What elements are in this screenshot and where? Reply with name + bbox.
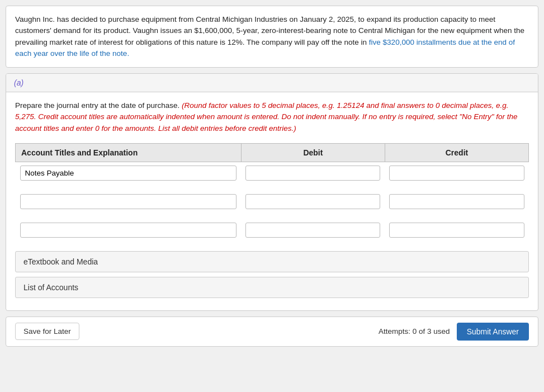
debit-cell-2	[241, 191, 385, 212]
account-cell-1	[16, 162, 242, 184]
submit-answer-button[interactable]: Submit Answer	[457, 323, 529, 341]
credit-cell-1	[385, 162, 528, 184]
account-input-3[interactable]	[20, 223, 237, 238]
col-header-credit: Credit	[385, 143, 528, 162]
instructions-plain: Prepare the journal entry at the date of…	[15, 101, 179, 110]
attempts-text: Attempts: 0 of 3 used	[379, 327, 450, 336]
section-label: (a)	[14, 78, 23, 87]
credit-input-3[interactable]	[389, 223, 524, 238]
footer-bar: Save for Later Attempts: 0 of 3 used Sub…	[6, 317, 538, 347]
instructions: Prepare the journal entry at the date of…	[15, 100, 529, 134]
account-cell-3	[16, 219, 242, 241]
col-header-debit: Debit	[241, 143, 385, 162]
table-row	[16, 219, 529, 241]
submit-label: Submit Answer	[467, 327, 519, 336]
account-input-1[interactable]	[20, 166, 237, 181]
table-row	[16, 191, 529, 212]
list-accounts-label: List of Accounts	[23, 283, 78, 292]
section-a-box: (a) Prepare the journal entry at the dat…	[6, 73, 538, 311]
journal-table: Account Titles and Explanation Debit Cre…	[15, 143, 529, 241]
scenario-box: Vaughn Inc. has decided to purchase equi…	[6, 6, 538, 68]
etextbook-button[interactable]: eTextbook and Media	[15, 251, 529, 272]
debit-input-1[interactable]	[245, 166, 380, 181]
debit-cell-1	[241, 162, 385, 184]
section-content: Prepare the journal entry at the date of…	[6, 92, 538, 310]
account-cell-2	[16, 191, 242, 212]
credit-input-1[interactable]	[389, 166, 524, 181]
credit-cell-3	[385, 219, 528, 241]
credit-cell-2	[385, 191, 528, 212]
etextbook-label: eTextbook and Media	[23, 257, 98, 266]
list-accounts-button[interactable]: List of Accounts	[15, 277, 529, 298]
scenario-text: Vaughn Inc. has decided to purchase equi…	[15, 15, 524, 58]
table-row	[16, 162, 529, 184]
save-later-label: Save for Later	[23, 327, 71, 336]
debit-input-3[interactable]	[245, 223, 380, 238]
credit-input-2[interactable]	[389, 194, 524, 209]
account-input-2[interactable]	[20, 194, 237, 209]
footer-right: Attempts: 0 of 3 used Submit Answer	[379, 323, 529, 341]
debit-cell-3	[241, 219, 385, 241]
debit-input-2[interactable]	[245, 194, 380, 209]
section-header: (a)	[6, 74, 538, 92]
col-header-account: Account Titles and Explanation	[16, 143, 242, 162]
save-later-button[interactable]: Save for Later	[15, 323, 79, 340]
